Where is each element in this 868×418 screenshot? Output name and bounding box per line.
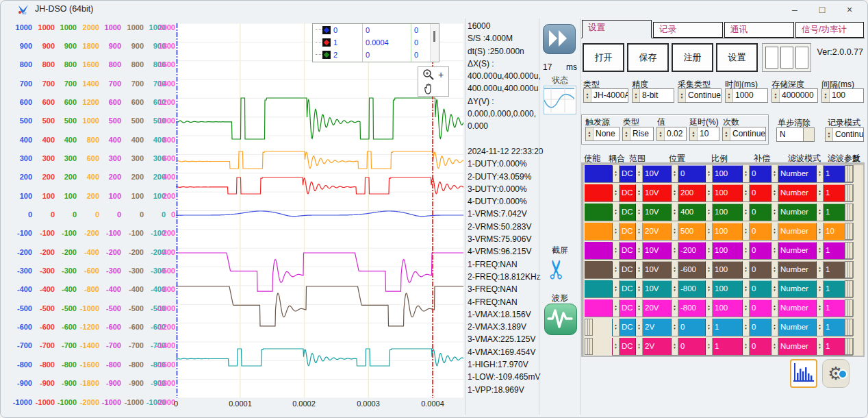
channel-range-field[interactable]: ▲▼10V bbox=[635, 261, 671, 278]
spinner-arrows[interactable]: ▲▼ bbox=[672, 280, 678, 297]
zoom-tool-icon[interactable] bbox=[422, 68, 435, 82]
channel-position-field[interactable]: ▲▼400 bbox=[671, 204, 705, 221]
channel-range-field[interactable]: ▲▼2V bbox=[635, 338, 671, 355]
spinner-arrows[interactable]: ▲▼ bbox=[706, 223, 713, 240]
spinner-arrows[interactable]: ▲▼ bbox=[636, 280, 643, 297]
spinner-arrows[interactable]: ▲▼ bbox=[636, 319, 643, 336]
channel-position-field[interactable]: ▲▼0 bbox=[671, 319, 705, 336]
channel-filter_mode-field[interactable]: ▲▼Number bbox=[771, 165, 816, 182]
spinner-arrows[interactable]: ▲▼ bbox=[822, 89, 830, 102]
record-mode-select[interactable]: ▲▼ Continue bbox=[825, 127, 864, 142]
channel-comp-field[interactable]: ▲▼0 bbox=[742, 223, 771, 240]
trigger-source-select[interactable]: ▲▼None bbox=[585, 127, 620, 141]
spinner-arrows[interactable]: ▲▼ bbox=[706, 299, 713, 317]
channel-filter_mode-field[interactable]: ▲▼Number bbox=[771, 280, 816, 297]
channel-filter_mode-field[interactable]: ▲▼Number bbox=[771, 299, 816, 317]
spinner-arrows[interactable]: ▲▼ bbox=[743, 204, 750, 221]
spinner-arrows[interactable]: ▲▼ bbox=[672, 338, 678, 355]
single-clear-field[interactable]: N bbox=[776, 127, 816, 142]
zoom-plus-icon[interactable]: + bbox=[438, 69, 444, 80]
channel-ratio-field[interactable]: ▲▼100 bbox=[705, 223, 742, 240]
channel-enable-cell[interactable] bbox=[585, 280, 612, 297]
channel-ratio-field[interactable]: ▲▼1 bbox=[705, 319, 742, 336]
acq-type-select[interactable]: ▲▼Continue bbox=[678, 88, 722, 103]
spinner-arrows[interactable]: ▲▼ bbox=[706, 338, 713, 355]
channel-invert-toggle[interactable] bbox=[845, 299, 853, 317]
tab-record[interactable]: 记录 bbox=[653, 22, 723, 38]
spinner-arrows[interactable]: ▲▼ bbox=[678, 89, 686, 102]
spinner-arrows[interactable]: ▲▼ bbox=[706, 319, 713, 336]
channel-comp-field[interactable]: ▲▼0 bbox=[742, 204, 771, 221]
channel-coupling-field[interactable]: ▲▼DC bbox=[612, 184, 635, 201]
spinner-arrows[interactable]: ▲▼ bbox=[586, 127, 593, 140]
spinner-arrows[interactable]: ▲▼ bbox=[636, 261, 643, 278]
spinner-arrows[interactable]: ▲▼ bbox=[771, 165, 778, 182]
channel-filter_param-field[interactable]: ▲▼1 bbox=[816, 204, 845, 221]
channel-comp-field[interactable]: ▲▼0 bbox=[742, 299, 771, 317]
spinner-arrows[interactable]: ▲▼ bbox=[613, 261, 620, 278]
spinner-arrows[interactable]: ▲▼ bbox=[690, 127, 698, 140]
spinner-arrows[interactable]: ▲▼ bbox=[771, 204, 778, 221]
channel-enable-toggle[interactable] bbox=[585, 319, 593, 336]
spinner-arrows[interactable]: ▲▼ bbox=[672, 242, 678, 259]
spinner-arrows[interactable]: ▲▼ bbox=[706, 165, 713, 182]
channel-enable-cell[interactable] bbox=[585, 299, 612, 317]
spinner-arrows[interactable]: ▲▼ bbox=[743, 280, 750, 297]
channel-coupling-field[interactable]: ▲▼DC bbox=[612, 299, 635, 317]
channel-enable-cell[interactable] bbox=[585, 184, 612, 201]
channel-ratio-field[interactable]: ▲▼100 bbox=[705, 242, 742, 259]
pan-hand-icon[interactable] bbox=[422, 83, 435, 95]
device-button[interactable]: ⚙ bbox=[822, 359, 850, 388]
spinner-arrows[interactable]: ▲▼ bbox=[672, 165, 678, 182]
channel-invert-toggle[interactable] bbox=[845, 261, 853, 278]
spinner-arrows[interactable]: ▲▼ bbox=[613, 299, 620, 317]
channel-comp-field[interactable]: ▲▼0 bbox=[742, 184, 771, 201]
legend-row[interactable]: 200 bbox=[313, 49, 439, 61]
spinner-arrows[interactable]: ▲▼ bbox=[771, 184, 778, 201]
spinner-arrows[interactable]: ▲▼ bbox=[771, 261, 778, 278]
channel-invert-toggle[interactable] bbox=[845, 242, 853, 259]
channel-ratio-field[interactable]: ▲▼1 bbox=[705, 338, 742, 355]
channel-filter_mode-field[interactable]: ▲▼Number bbox=[771, 319, 816, 336]
open-button[interactable]: 打开 bbox=[583, 43, 624, 72]
spinner-arrows[interactable]: ▲▼ bbox=[726, 89, 733, 102]
legend-row[interactable]: 300 bbox=[313, 61, 439, 62]
spinner-arrows[interactable]: ▲▼ bbox=[743, 184, 750, 201]
channel-filter_mode-field[interactable]: ▲▼Number bbox=[771, 338, 816, 355]
channel-enable-cell[interactable] bbox=[585, 204, 612, 221]
spinner-arrows[interactable]: ▲▼ bbox=[743, 319, 750, 336]
channel-ratio-field[interactable]: ▲▼100 bbox=[705, 204, 742, 221]
channel-filter_mode-field[interactable]: ▲▼Number bbox=[771, 242, 816, 259]
precision-select[interactable]: ▲▼8-bit bbox=[632, 88, 674, 103]
spectrum-button[interactable] bbox=[790, 359, 817, 388]
channel-range-field[interactable]: ▲▼20V bbox=[635, 299, 671, 317]
channel-filter_param-field[interactable]: ▲▼1 bbox=[816, 261, 845, 278]
legend-row[interactable]: 000 bbox=[313, 24, 439, 36]
spinner-arrows[interactable]: ▲▼ bbox=[723, 127, 730, 140]
channel-enable-cell[interactable] bbox=[585, 223, 612, 240]
time-input[interactable]: ▲▼1000 bbox=[725, 88, 768, 103]
channel-enable-cell[interactable] bbox=[585, 242, 612, 259]
legend-scrollbar[interactable] bbox=[430, 24, 439, 62]
spinner-arrows[interactable]: ▲▼ bbox=[636, 299, 643, 317]
channel-enable-cell[interactable] bbox=[585, 261, 612, 278]
spinner-arrows[interactable]: ▲▼ bbox=[613, 319, 620, 336]
minimize-button[interactable]: – bbox=[781, 1, 808, 19]
channel-filter_param-field[interactable]: ▲▼1 bbox=[816, 280, 845, 297]
spinner-arrows[interactable]: ▲▼ bbox=[613, 280, 620, 297]
spinner-arrows[interactable]: ▲▼ bbox=[636, 223, 643, 240]
spinner-arrows[interactable]: ▲▼ bbox=[636, 184, 643, 201]
spinner-arrows[interactable]: ▲▼ bbox=[771, 280, 778, 297]
channel-filter_mode-field[interactable]: ▲▼Number bbox=[771, 261, 816, 278]
channel-invert-toggle[interactable] bbox=[845, 338, 853, 355]
spinner-arrows[interactable]: ▲▼ bbox=[771, 319, 778, 336]
spinner-arrows[interactable]: ▲▼ bbox=[817, 299, 824, 317]
tab-settings[interactable]: 设置 bbox=[582, 20, 652, 38]
tab-signal-power[interactable]: 信号/功率计 bbox=[795, 22, 864, 38]
channel-filter_param-field[interactable]: ▲▼1 bbox=[816, 184, 845, 201]
spinner-arrows[interactable]: ▲▼ bbox=[817, 165, 824, 182]
channel-ratio-field[interactable]: ▲▼100 bbox=[705, 184, 742, 201]
spinner-arrows[interactable]: ▲▼ bbox=[771, 223, 778, 240]
channel-range-field[interactable]: ▲▼10V bbox=[635, 184, 671, 201]
channel-comp-field[interactable]: ▲▼0 bbox=[742, 280, 771, 297]
